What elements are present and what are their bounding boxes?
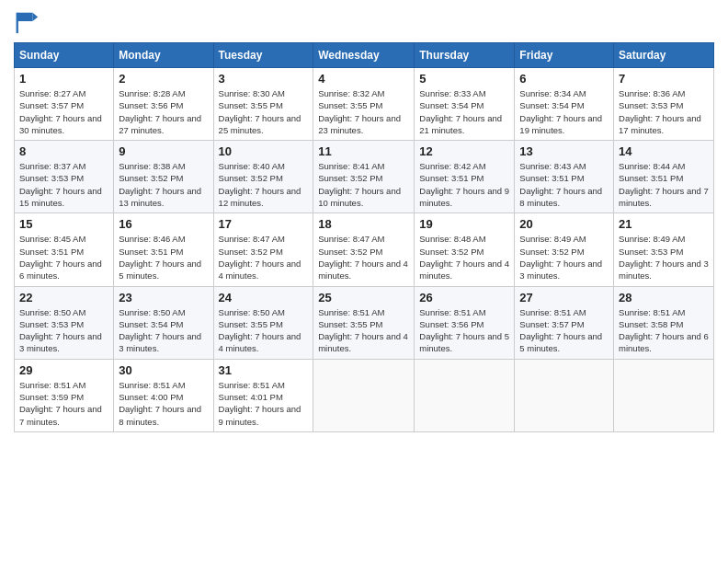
cell-text: Sunrise: 8:51 AMSunset: 3:58 PMDaylight:… [619,307,709,354]
cell-text: Sunrise: 8:50 AMSunset: 3:53 PMDaylight:… [19,307,102,354]
day-number: 11 [318,144,409,158]
cell-text: Sunrise: 8:34 AMSunset: 3:54 PMDaylight:… [519,88,602,135]
cell-text: Sunrise: 8:46 AMSunset: 3:51 PMDaylight:… [119,234,201,281]
header-row: SundayMondayTuesdayWednesdayThursdayFrid… [15,43,714,68]
cal-cell: 13 Sunrise: 8:43 AMSunset: 3:51 PMDaylig… [515,141,614,213]
cell-text: Sunrise: 8:33 AMSunset: 3:54 PMDaylight:… [419,88,502,135]
cal-cell [614,359,714,431]
cal-cell: 15 Sunrise: 8:45 AMSunset: 3:51 PMDaylig… [15,213,114,286]
cell-text: Sunrise: 8:49 AMSunset: 3:52 PMDaylight:… [519,234,602,281]
cell-text: Sunrise: 8:45 AMSunset: 3:51 PMDaylight:… [19,234,102,281]
day-number: 25 [318,291,409,304]
day-number: 9 [119,144,208,158]
day-number: 10 [219,144,309,158]
col-header-wednesday: Wednesday [313,43,415,68]
cal-cell: 11 Sunrise: 8:41 AMSunset: 3:52 PMDaylig… [313,141,415,213]
cal-cell: 4 Sunrise: 8:32 AMSunset: 3:55 PMDayligh… [313,68,415,141]
day-number: 23 [119,291,208,304]
day-number: 2 [119,72,208,86]
day-number: 16 [119,217,208,231]
cal-cell: 7 Sunrise: 8:36 AMSunset: 3:53 PMDayligh… [614,68,714,141]
cell-text: Sunrise: 8:51 AMSunset: 4:00 PMDaylight:… [119,380,201,427]
day-number: 28 [619,291,709,304]
week-row-5: 29 Sunrise: 8:51 AMSunset: 3:59 PMDaylig… [15,359,714,431]
header [14,9,714,35]
cal-cell: 20 Sunrise: 8:49 AMSunset: 3:52 PMDaylig… [515,213,614,286]
cell-text: Sunrise: 8:41 AMSunset: 3:52 PMDaylight:… [318,161,401,208]
cell-text: Sunrise: 8:49 AMSunset: 3:53 PMDaylight:… [619,234,709,281]
day-number: 12 [419,144,509,158]
day-number: 29 [19,363,108,377]
svg-marker-1 [17,13,33,21]
day-number: 24 [219,291,309,304]
cell-text: Sunrise: 8:28 AMSunset: 3:56 PMDaylight:… [119,88,201,135]
cal-cell: 18 Sunrise: 8:47 AMSunset: 3:52 PMDaylig… [313,213,415,286]
cal-cell: 23 Sunrise: 8:50 AMSunset: 3:54 PMDaylig… [114,286,213,359]
cal-cell: 31 Sunrise: 8:51 AMSunset: 4:01 PMDaylig… [213,359,313,431]
week-row-4: 22 Sunrise: 8:50 AMSunset: 3:53 PMDaylig… [15,286,714,359]
cell-text: Sunrise: 8:44 AMSunset: 3:51 PMDaylight:… [619,161,709,208]
day-number: 17 [219,217,309,231]
cell-text: Sunrise: 8:42 AMSunset: 3:51 PMDaylight:… [419,161,509,208]
cal-cell: 22 Sunrise: 8:50 AMSunset: 3:53 PMDaylig… [15,286,114,359]
cal-cell [515,359,614,431]
day-number: 22 [19,291,108,304]
cal-cell: 16 Sunrise: 8:46 AMSunset: 3:51 PMDaylig… [114,213,213,286]
cal-cell: 25 Sunrise: 8:51 AMSunset: 3:55 PMDaylig… [313,286,415,359]
day-number: 7 [619,72,709,86]
cell-text: Sunrise: 8:50 AMSunset: 3:55 PMDaylight:… [219,307,301,354]
cal-cell: 30 Sunrise: 8:51 AMSunset: 4:00 PMDaylig… [114,359,213,431]
col-header-monday: Monday [114,43,213,68]
logo-icon [14,9,40,35]
day-number: 19 [419,217,509,231]
day-number: 20 [519,217,609,231]
day-number: 5 [419,72,509,86]
day-number: 3 [219,72,309,86]
day-number: 1 [19,72,108,86]
col-header-tuesday: Tuesday [213,43,313,68]
logo [14,9,43,35]
cal-cell: 21 Sunrise: 8:49 AMSunset: 3:53 PMDaylig… [614,213,714,286]
day-number: 27 [519,291,609,304]
day-number: 30 [119,363,208,377]
cell-text: Sunrise: 8:51 AMSunset: 4:01 PMDaylight:… [219,380,301,427]
cell-text: Sunrise: 8:48 AMSunset: 3:52 PMDaylight:… [419,234,509,281]
day-number: 4 [318,72,409,86]
cell-text: Sunrise: 8:51 AMSunset: 3:59 PMDaylight:… [19,380,102,427]
day-number: 6 [519,72,609,86]
col-header-friday: Friday [515,43,614,68]
day-number: 18 [318,217,409,231]
day-number: 13 [519,144,609,158]
cal-cell: 27 Sunrise: 8:51 AMSunset: 3:57 PMDaylig… [515,286,614,359]
day-number: 15 [19,217,108,231]
cell-text: Sunrise: 8:51 AMSunset: 3:55 PMDaylight:… [318,307,408,354]
cal-cell: 8 Sunrise: 8:37 AMSunset: 3:53 PMDayligh… [15,141,114,213]
day-number: 21 [619,217,709,231]
col-header-thursday: Thursday [415,43,515,68]
cal-cell: 26 Sunrise: 8:51 AMSunset: 3:56 PMDaylig… [415,286,515,359]
cal-cell: 6 Sunrise: 8:34 AMSunset: 3:54 PMDayligh… [515,68,614,141]
day-number: 26 [419,291,509,304]
cal-cell: 1 Sunrise: 8:27 AMSunset: 3:57 PMDayligh… [15,68,114,141]
cell-text: Sunrise: 8:51 AMSunset: 3:56 PMDaylight:… [419,307,509,354]
cal-cell: 12 Sunrise: 8:42 AMSunset: 3:51 PMDaylig… [415,141,515,213]
cell-text: Sunrise: 8:47 AMSunset: 3:52 PMDaylight:… [318,234,408,281]
page: SundayMondayTuesdayWednesdayThursdayFrid… [0,0,728,563]
cell-text: Sunrise: 8:47 AMSunset: 3:52 PMDaylight:… [219,234,301,281]
cal-cell: 14 Sunrise: 8:44 AMSunset: 3:51 PMDaylig… [614,141,714,213]
cal-cell: 2 Sunrise: 8:28 AMSunset: 3:56 PMDayligh… [114,68,213,141]
cell-text: Sunrise: 8:43 AMSunset: 3:51 PMDaylight:… [519,161,602,208]
cell-text: Sunrise: 8:50 AMSunset: 3:54 PMDaylight:… [119,307,201,354]
cal-cell: 19 Sunrise: 8:48 AMSunset: 3:52 PMDaylig… [415,213,515,286]
cal-cell: 28 Sunrise: 8:51 AMSunset: 3:58 PMDaylig… [614,286,714,359]
col-header-saturday: Saturday [614,43,714,68]
cal-cell: 10 Sunrise: 8:40 AMSunset: 3:52 PMDaylig… [213,141,313,213]
cell-text: Sunrise: 8:27 AMSunset: 3:57 PMDaylight:… [19,88,102,135]
cell-text: Sunrise: 8:51 AMSunset: 3:57 PMDaylight:… [519,307,602,354]
day-number: 31 [219,363,309,377]
cell-text: Sunrise: 8:32 AMSunset: 3:55 PMDaylight:… [318,88,401,135]
cell-text: Sunrise: 8:38 AMSunset: 3:52 PMDaylight:… [119,161,201,208]
week-row-2: 8 Sunrise: 8:37 AMSunset: 3:53 PMDayligh… [15,141,714,213]
cell-text: Sunrise: 8:36 AMSunset: 3:53 PMDaylight:… [619,88,701,135]
cal-cell: 17 Sunrise: 8:47 AMSunset: 3:52 PMDaylig… [213,213,313,286]
